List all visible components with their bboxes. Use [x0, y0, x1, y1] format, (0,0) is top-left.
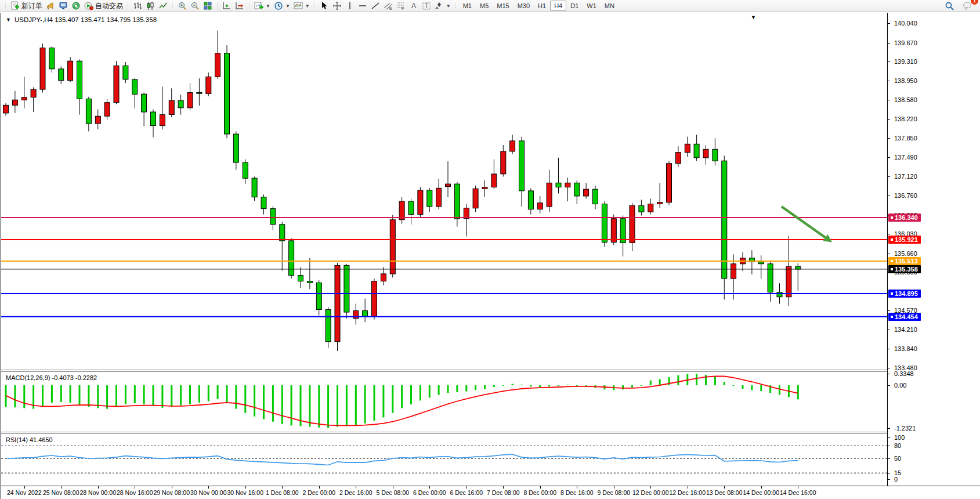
time-tick-mark — [798, 486, 798, 489]
time-axis-label: 2 Dec 00:00 — [302, 489, 335, 496]
chevron-down-icon: ▼ — [305, 3, 310, 9]
chart-type-group — [131, 0, 169, 12]
channel-icon: E — [384, 1, 393, 10]
price-level-tag[interactable]: 135.513 — [888, 257, 921, 265]
time-tick-mark — [761, 486, 762, 489]
ideas-button[interactable] — [44, 0, 57, 12]
megaphone-icon — [46, 1, 55, 10]
trendline-button[interactable] — [369, 0, 382, 12]
horizontal-line-button[interactable] — [356, 0, 369, 12]
timeframe-m1[interactable]: M1 — [459, 1, 476, 11]
add-indicator-button[interactable]: ▼ — [252, 0, 272, 12]
time-axis-label: 30 Nov 16:00 — [227, 489, 263, 496]
time-axis-label: 12 Dec 16:00 — [670, 489, 706, 496]
axis-tick-mark — [888, 43, 890, 44]
time-tick-mark — [24, 486, 25, 489]
price-tick-label: 140.040 — [894, 20, 917, 27]
cursor-button[interactable] — [318, 0, 331, 12]
notifications-button[interactable]: 1 — [961, 0, 974, 12]
bar-chart-button[interactable] — [131, 0, 144, 12]
text-label-icon: T — [422, 1, 431, 10]
axis-tick-mark — [888, 310, 890, 311]
axis-tick-mark — [888, 330, 890, 330]
tile-windows-button[interactable] — [201, 0, 214, 12]
channel-button[interactable]: E — [382, 0, 395, 12]
text-label-button[interactable]: T — [420, 0, 433, 12]
pane-separator[interactable] — [1, 370, 980, 372]
timeframe-w1[interactable]: W1 — [583, 1, 601, 11]
time-axis-label: 1 Dec 08:00 — [266, 489, 299, 496]
time-axis-label: 8 Dec 16:00 — [560, 489, 594, 496]
chevron-down-icon: ▼ — [446, 3, 451, 9]
new-order-button[interactable]: 新订单 — [9, 0, 44, 12]
periods-button[interactable]: ▼ — [272, 0, 292, 12]
axis-tick-mark — [888, 81, 890, 81]
axis-tick-mark — [888, 196, 890, 196]
toolbar-grip[interactable] — [454, 1, 458, 10]
line-chart-button[interactable] — [157, 0, 169, 12]
time-axis-label: 30 Nov 00:00 — [190, 489, 226, 496]
signals-button[interactable] — [70, 0, 82, 12]
add-indicator-icon — [254, 1, 263, 10]
zoom-out-button[interactable] — [189, 0, 201, 12]
timeframe-m30[interactable]: M30 — [513, 1, 534, 11]
toolbar-grip[interactable] — [3, 1, 8, 10]
time-tick-mark — [319, 486, 320, 489]
chart-canvas[interactable] — [1, 13, 887, 499]
vertical-line-icon — [345, 1, 355, 10]
time-axis[interactable]: 24 Nov 202225 Nov 08:0028 Nov 00:0028 No… — [1, 486, 980, 499]
time-tick-mark — [503, 486, 504, 489]
price-axis[interactable]: 140.040139.670139.310138.950138.580138.2… — [888, 13, 980, 486]
time-tick-mark — [650, 486, 651, 489]
price-level-tag[interactable]: 134.895 — [888, 290, 921, 298]
timeframe-m5[interactable]: M5 — [476, 1, 493, 11]
rsi-scale-label: 100 — [894, 434, 905, 441]
pane-separator[interactable] — [1, 432, 980, 434]
timeframe-d1[interactable]: D1 — [566, 1, 583, 11]
price-level-tag[interactable]: 136.340 — [888, 214, 921, 222]
toolbar-grip[interactable] — [171, 1, 175, 10]
collapse-arrow-icon[interactable]: ▼ — [6, 17, 11, 23]
templates-button[interactable]: ▼ — [292, 0, 312, 12]
vertical-line-button[interactable] — [343, 0, 356, 12]
rsi-scale-label: 0 — [894, 476, 898, 483]
time-axis-label: 14 Dec 00:00 — [743, 489, 779, 496]
price-level-tag[interactable]: 135.358 — [888, 265, 921, 273]
fibonacci-button[interactable]: F — [395, 0, 407, 12]
timeframe-mn[interactable]: MN — [601, 1, 619, 11]
price-level-tag[interactable]: 134.454 — [888, 313, 921, 321]
autotrading-button[interactable]: 自动交易 — [82, 0, 125, 12]
search-button[interactable] — [943, 0, 956, 12]
timeframe-h1[interactable]: H1 — [534, 1, 550, 11]
auto-scroll-button[interactable] — [220, 0, 233, 12]
text-button[interactable]: A — [407, 0, 420, 12]
time-axis-label: 28 Nov 00:00 — [80, 489, 116, 496]
time-axis-label: 29 Nov 08:00 — [154, 489, 190, 496]
shapes-button[interactable]: ▼ — [433, 0, 453, 12]
price-tick-label: 138.220 — [894, 115, 917, 122]
drawing-tools-group: E F A T ▼ — [318, 0, 453, 12]
text-icon: A — [409, 1, 418, 10]
fibonacci-icon: F — [396, 1, 406, 10]
price-level-tag[interactable]: 135.921 — [888, 236, 921, 244]
candlestick-chart-button[interactable] — [144, 0, 157, 12]
candlestick-icon — [146, 1, 155, 10]
toolbar-grip[interactable] — [247, 1, 251, 10]
time-tick-mark — [393, 486, 393, 489]
toolbar-grip[interactable] — [215, 1, 219, 10]
toolbar-grip[interactable] — [126, 1, 130, 10]
axis-tick-mark — [888, 437, 890, 438]
time-tick-mark — [688, 486, 688, 489]
toolbar-grip[interactable] — [313, 1, 317, 10]
time-tick-mark — [61, 486, 62, 489]
price-tick-label: 133.840 — [894, 345, 917, 352]
timeframe-m15[interactable]: M15 — [493, 1, 513, 11]
timeframe-h4[interactable]: H4 — [550, 1, 566, 11]
crosshair-button[interactable] — [331, 0, 343, 12]
zoom-group — [176, 0, 214, 12]
chart-shift-button[interactable] — [233, 0, 246, 12]
market-watch-button[interactable] — [57, 0, 70, 12]
zoom-in-button[interactable] — [176, 0, 189, 12]
axis-tick-mark — [888, 385, 890, 386]
time-axis-label: 5 Dec 08:00 — [376, 489, 409, 496]
